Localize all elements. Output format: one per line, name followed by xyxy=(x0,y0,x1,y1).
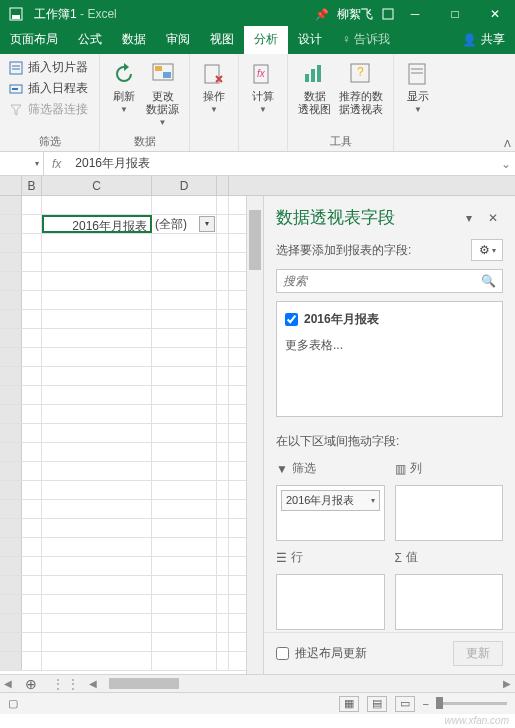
close-button[interactable]: ✕ xyxy=(475,0,515,28)
columns-icon: ▥ xyxy=(395,462,406,476)
slicer-icon xyxy=(8,60,24,76)
field-checkbox[interactable] xyxy=(285,313,298,326)
save-icon[interactable] xyxy=(8,6,24,22)
pivot-filter-value-cell[interactable]: (全部)▾ xyxy=(152,215,217,233)
pane-close-button[interactable]: ✕ xyxy=(483,208,503,228)
fx-icon[interactable]: fx xyxy=(44,157,69,171)
column-header-d[interactable]: D xyxy=(152,176,217,195)
vertical-scrollbar[interactable] xyxy=(246,196,263,674)
tab-data[interactable]: 数据 xyxy=(112,26,156,54)
account-pin-icon[interactable]: 📌 xyxy=(315,8,329,21)
sheet-overflow[interactable]: ⋮ ⋮ xyxy=(46,677,85,691)
horizontal-scrollbar[interactable] xyxy=(105,675,495,692)
column-header-b[interactable]: B xyxy=(22,176,42,195)
collapse-ribbon-button[interactable]: ᐱ xyxy=(504,138,511,149)
hscroll-left[interactable]: ◀ xyxy=(85,678,101,689)
field-search[interactable]: 🔍 xyxy=(276,269,503,293)
calc-icon: fx xyxy=(249,60,277,88)
insert-timeline-button[interactable]: 插入日程表 xyxy=(6,79,93,98)
name-box[interactable]: ▾ xyxy=(0,152,44,175)
filter-connections-button: 筛选器连接 xyxy=(6,100,93,119)
share-button[interactable]: 👤共享 xyxy=(452,26,515,54)
show-button[interactable]: 显示▼ xyxy=(400,58,436,117)
recommended-pivots-button[interactable]: ?推荐的数 据透视表 xyxy=(335,58,387,132)
actions-button[interactable]: 操作▼ xyxy=(196,58,232,117)
ribbon: 插入切片器 插入日程表 筛选器连接 筛选 刷新▼ 更改 数据源▼ 数据 操作▼ … xyxy=(0,54,515,152)
tab-view[interactable]: 视图 xyxy=(200,26,244,54)
insert-slicer-button[interactable]: 插入切片器 xyxy=(6,58,93,77)
refresh-button[interactable]: 刷新▼ xyxy=(106,58,142,132)
zoom-out-button[interactable]: − xyxy=(423,698,429,710)
column-header-c[interactable]: C xyxy=(42,176,152,195)
pivot-filter-dropdown[interactable]: ▾ xyxy=(199,216,215,232)
sheet-nav-prev[interactable]: ◀ xyxy=(0,678,16,689)
title-bar: 工作簿1 - Excel 📌 柳絮飞 ─ □ ✕ xyxy=(0,0,515,28)
normal-view-button[interactable]: ▦ xyxy=(339,696,359,712)
new-sheet-button[interactable]: ⊕ xyxy=(16,676,46,692)
pivot-field-cell[interactable]: 2016年月报表 xyxy=(42,215,152,233)
filter-area-item[interactable]: 2016年月报表▾ xyxy=(281,490,380,511)
rows-icon: ☰ xyxy=(276,551,287,565)
pivot-chart-button[interactable]: 数据 透视图 xyxy=(294,58,335,132)
svg-text:fx: fx xyxy=(257,68,266,79)
pane-subtitle: 选择要添加到报表的字段: xyxy=(276,242,471,259)
pane-layout-button[interactable]: ⚙▾ xyxy=(471,239,503,261)
refresh-icon xyxy=(110,60,138,88)
search-icon: 🔍 xyxy=(481,274,496,288)
column-headers: B C D xyxy=(0,176,515,196)
search-input[interactable] xyxy=(283,274,481,288)
ribbon-options-icon[interactable] xyxy=(381,7,395,21)
pivot-chart-icon xyxy=(301,60,329,88)
zoom-slider[interactable] xyxy=(437,702,507,705)
status-bar: ▢ ▦ ▤ ▭ − www.xfan.com xyxy=(0,692,515,714)
more-tables-link[interactable]: 更多表格... xyxy=(283,331,496,360)
user-name[interactable]: 柳絮飞 xyxy=(337,6,373,23)
app-name: Excel xyxy=(87,7,116,21)
change-data-source-button[interactable]: 更改 数据源▼ xyxy=(142,58,183,132)
recommended-icon: ? xyxy=(347,60,375,88)
svg-rect-15 xyxy=(311,69,315,82)
filter-area[interactable]: 2016年月报表▾ xyxy=(276,485,385,541)
sheet-tab-bar: ◀ ⊕ ⋮ ⋮ ◀ ▶ xyxy=(0,674,515,692)
formula-input[interactable]: 2016年月报表 xyxy=(69,155,497,172)
update-button: 更新 xyxy=(453,641,503,666)
tell-me[interactable]: ♀ 告诉我 xyxy=(332,26,400,54)
spreadsheet-grid[interactable]: 2016年月报表 (全部)▾ document.write(Array.from… xyxy=(0,196,246,674)
group-label-filter: 筛选 xyxy=(6,132,93,149)
timeline-icon xyxy=(8,81,24,97)
tab-analyze[interactable]: 分析 xyxy=(244,26,288,54)
show-icon xyxy=(404,60,432,88)
tab-design[interactable]: 设计 xyxy=(288,26,332,54)
maximize-button[interactable]: □ xyxy=(435,0,475,28)
svg-rect-14 xyxy=(305,74,309,82)
page-layout-view-button[interactable]: ▤ xyxy=(367,696,387,712)
hscroll-right[interactable]: ▶ xyxy=(499,678,515,689)
pane-title: 数据透视表字段 xyxy=(276,206,455,229)
columns-area[interactable] xyxy=(395,485,504,541)
minimize-button[interactable]: ─ xyxy=(395,0,435,28)
values-area[interactable] xyxy=(395,574,504,630)
tab-review[interactable]: 审阅 xyxy=(156,26,200,54)
record-macro-icon[interactable]: ▢ xyxy=(8,697,18,710)
formula-bar: ▾ fx 2016年月报表 ⌄ xyxy=(0,152,515,176)
values-area-header: Σ值 xyxy=(395,545,504,570)
expand-formula-bar-button[interactable]: ⌄ xyxy=(497,157,515,171)
svg-rect-19 xyxy=(409,64,425,84)
group-label-tools: 工具 xyxy=(294,132,387,149)
calculations-button[interactable]: fx计算▼ xyxy=(245,58,281,117)
column-header-e[interactable] xyxy=(217,176,229,195)
filter-icon: ▼ xyxy=(276,462,288,476)
rows-area[interactable] xyxy=(276,574,385,630)
gear-icon: ⚙ xyxy=(479,243,490,257)
pane-options-button[interactable]: ▾ xyxy=(459,208,479,228)
defer-layout-checkbox[interactable]: 推迟布局更新 xyxy=(276,645,367,662)
person-icon: 👤 xyxy=(462,33,477,47)
data-source-icon xyxy=(149,60,177,88)
tab-page-layout[interactable]: 页面布局 xyxy=(0,26,68,54)
ribbon-tabs: 页面布局 公式 数据 审阅 视图 分析 设计 ♀ 告诉我 👤共享 xyxy=(0,28,515,54)
svg-text:?: ? xyxy=(357,65,364,79)
tab-formulas[interactable]: 公式 xyxy=(68,26,112,54)
field-item[interactable]: 2016年月报表 xyxy=(283,308,496,331)
page-break-view-button[interactable]: ▭ xyxy=(395,696,415,712)
columns-area-header: ▥列 xyxy=(395,456,504,481)
